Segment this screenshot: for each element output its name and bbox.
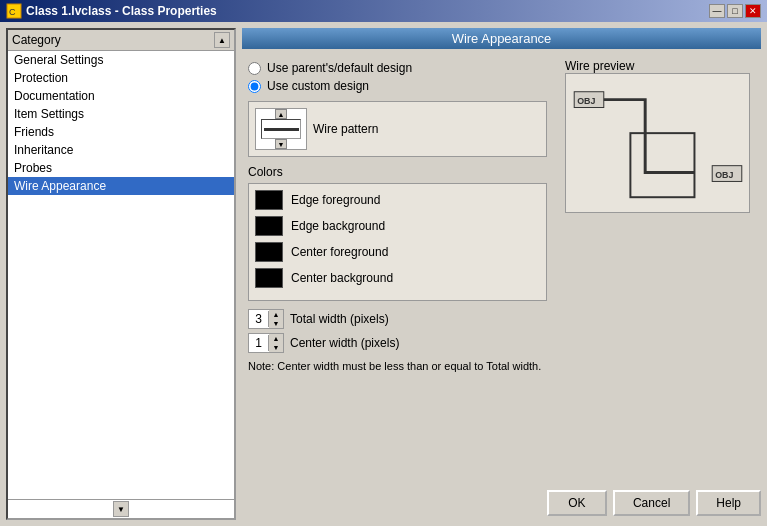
center-background-label: Center background [291, 271, 393, 285]
wire-pattern-display [261, 119, 301, 139]
svg-rect-4 [630, 133, 694, 197]
total-width-label: Total width (pixels) [290, 312, 389, 326]
color-row-edge-background: Edge background [255, 216, 540, 236]
section-title: Wire Appearance [242, 28, 761, 49]
wire-preview-box: OBJ OBJ [565, 73, 750, 213]
radio-custom-row: Use custom design [248, 79, 547, 93]
total-width-row: 3 ▲ ▼ Total width (pixels) [248, 309, 547, 329]
sidebar-item-friends[interactable]: Friends [8, 123, 234, 141]
sidebar-item-wire-appearance[interactable]: Wire Appearance [8, 177, 234, 195]
center-width-row: 1 ▲ ▼ Center width (pixels) [248, 333, 547, 353]
sidebar-item-documentation[interactable]: Documentation [8, 87, 234, 105]
sidebar-item-probes[interactable]: Probes [8, 159, 234, 177]
right-panel: Wire Appearance Use parent's/default des… [242, 28, 761, 520]
edge-foreground-label: Edge foreground [291, 193, 380, 207]
category-panel: Category ▲ General Settings Protection D… [6, 28, 236, 520]
radio-default-label: Use parent's/default design [267, 61, 412, 75]
svg-text:C: C [9, 7, 16, 17]
window-icon: C [6, 3, 22, 19]
total-width-selector[interactable]: 3 ▲ ▼ [248, 309, 284, 329]
title-bar: C Class 1.lvclass - Class Properties — □… [0, 0, 767, 22]
edge-background-label: Edge background [291, 219, 385, 233]
center-foreground-label: Center foreground [291, 245, 388, 259]
total-width-up[interactable]: ▲ [269, 310, 283, 319]
minimize-button[interactable]: — [709, 4, 725, 18]
cancel-button[interactable]: Cancel [613, 490, 690, 516]
colors-section: Colors Edge foreground Edge background [248, 165, 547, 301]
center-width-label: Center width (pixels) [290, 336, 399, 350]
radio-default[interactable] [248, 62, 261, 75]
color-row-center-background: Center background [255, 268, 540, 288]
bottom-bar: OK Cancel Help [242, 486, 761, 520]
radio-custom-label: Use custom design [267, 79, 369, 93]
category-header-label: Category [12, 33, 61, 47]
center-width-selector[interactable]: 1 ▲ ▼ [248, 333, 284, 353]
preview-panel: Wire preview OBJ [561, 55, 761, 480]
center-width-value: 1 [249, 335, 269, 351]
radio-default-row: Use parent's/default design [248, 61, 547, 75]
settings-box: ▲ ▼ Wire pattern [248, 101, 547, 157]
colors-box: Edge foreground Edge background Center f… [248, 183, 547, 301]
wire-pattern-down-arrow[interactable]: ▼ [275, 139, 287, 149]
preview-label: Wire preview [565, 59, 634, 73]
note-text: Note: Center width must be less than or … [248, 359, 547, 374]
category-list: General Settings Protection Documentatio… [8, 51, 234, 499]
colors-label: Colors [248, 165, 547, 179]
center-width-down[interactable]: ▼ [269, 343, 283, 352]
scroll-down-button[interactable]: ▼ [113, 501, 129, 517]
wire-preview-svg: OBJ OBJ [566, 74, 749, 212]
wire-pattern-selector[interactable]: ▲ ▼ [255, 108, 307, 150]
ok-button[interactable]: OK [547, 490, 607, 516]
window-title: Class 1.lvclass - Class Properties [26, 4, 217, 18]
sidebar-item-item-settings[interactable]: Item Settings [8, 105, 234, 123]
color-row-edge-foreground: Edge foreground [255, 190, 540, 210]
edge-foreground-swatch[interactable] [255, 190, 283, 210]
sidebar-item-inheritance[interactable]: Inheritance [8, 141, 234, 159]
svg-text:OBJ: OBJ [715, 170, 733, 180]
total-width-value: 3 [249, 311, 269, 327]
sidebar-item-general-settings[interactable]: General Settings [8, 51, 234, 69]
wire-pattern-label: Wire pattern [313, 122, 378, 136]
help-button[interactable]: Help [696, 490, 761, 516]
radio-custom[interactable] [248, 80, 261, 93]
total-width-down[interactable]: ▼ [269, 319, 283, 328]
center-foreground-swatch[interactable] [255, 242, 283, 262]
sidebar-item-protection[interactable]: Protection [8, 69, 234, 87]
center-width-up[interactable]: ▲ [269, 334, 283, 343]
close-button[interactable]: ✕ [745, 4, 761, 18]
color-row-center-foreground: Center foreground [255, 242, 540, 262]
wire-pattern-up-arrow[interactable]: ▲ [275, 109, 287, 119]
maximize-button[interactable]: □ [727, 4, 743, 18]
scroll-up-button[interactable]: ▲ [214, 32, 230, 48]
settings-panel: Use parent's/default design Use custom d… [242, 55, 553, 480]
center-background-swatch[interactable] [255, 268, 283, 288]
svg-text:OBJ: OBJ [577, 96, 595, 106]
edge-background-swatch[interactable] [255, 216, 283, 236]
